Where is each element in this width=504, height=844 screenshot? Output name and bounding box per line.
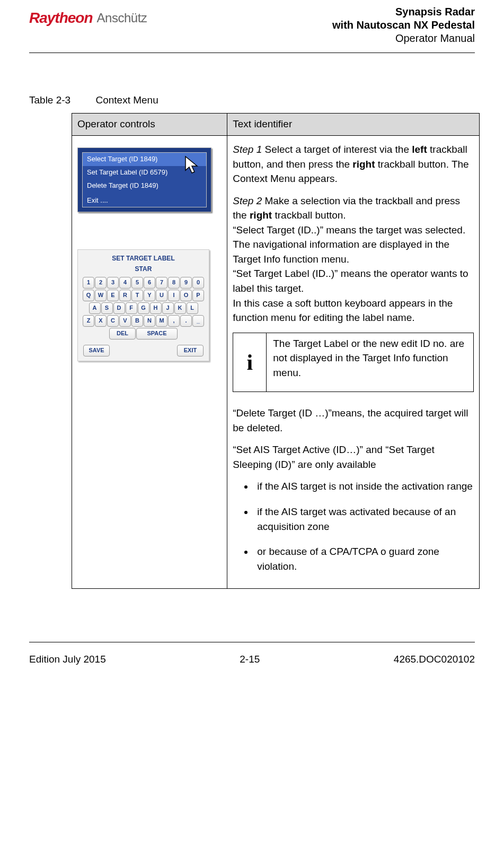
key: G bbox=[138, 302, 149, 314]
page-header: Raytheon Anschütz Synapsis Radar with Na… bbox=[29, 5, 475, 53]
keyboard-row: 1234567890 bbox=[81, 277, 206, 289]
keyboard-row: ZXCVBNM,._ bbox=[81, 315, 206, 327]
ais-bullet-2: if the AIS target was activated because … bbox=[254, 504, 474, 534]
key: 3 bbox=[107, 277, 119, 289]
keyboard-row: ASDFGHJKL bbox=[81, 302, 206, 314]
key-space: SPACE bbox=[136, 328, 178, 340]
key: W bbox=[95, 290, 107, 301]
footer-right: 4265.DOC020102 bbox=[394, 652, 475, 667]
key: 7 bbox=[156, 277, 167, 289]
key: 9 bbox=[180, 277, 192, 289]
key: 0 bbox=[192, 277, 204, 289]
footer-center: 2-15 bbox=[240, 652, 260, 667]
info-note-box: i The Target Label or the new edit ID no… bbox=[233, 333, 474, 393]
info-text: The Target Label or the new edit ID no. … bbox=[267, 333, 473, 392]
step1-paragraph: Step 1 Select a target of interest via t… bbox=[233, 142, 474, 186]
brand-logo: Raytheon Anschütz bbox=[29, 5, 147, 29]
key: H bbox=[150, 302, 162, 314]
key: E bbox=[107, 290, 119, 301]
key: N bbox=[144, 315, 155, 327]
doc-title-3: Operator Manual bbox=[332, 32, 475, 45]
doc-title-block: Synapsis Radar with Nautoscan NX Pedesta… bbox=[332, 5, 475, 45]
key: O bbox=[180, 290, 192, 301]
key: V bbox=[119, 315, 131, 327]
key: M bbox=[156, 315, 167, 327]
keyboard-title: SET TARGET LABEL bbox=[81, 254, 206, 263]
footer-left: Edition July 2015 bbox=[29, 652, 106, 667]
key: Z bbox=[83, 315, 94, 327]
logo-secondary: Anschütz bbox=[97, 9, 147, 28]
table-caption: Table 2-3 Context Menu bbox=[29, 93, 475, 108]
key: . bbox=[180, 315, 192, 327]
ais-bullet-1: if the AIS target is not inside the acti… bbox=[254, 479, 474, 494]
key: 8 bbox=[168, 277, 180, 289]
doc-title-1: Synapsis Radar bbox=[332, 5, 475, 19]
step2-label: Step 2 bbox=[233, 195, 262, 206]
set-label-text-b: In this case a soft button keyboard appe… bbox=[233, 298, 453, 324]
select-target-text: “Select Target (ID..)” means the target … bbox=[233, 224, 465, 265]
delete-target-text: “Delete Target (ID …)”means, the acquire… bbox=[233, 406, 474, 435]
key: _ bbox=[192, 315, 204, 327]
keyboard-row: QWERTYUIOP bbox=[81, 290, 206, 301]
key: 5 bbox=[131, 277, 143, 289]
footer-divider bbox=[29, 642, 475, 642]
header-divider bbox=[29, 53, 475, 53]
key-exit: EXIT bbox=[177, 345, 204, 356]
step1-label: Step 1 bbox=[233, 144, 262, 155]
cursor-icon bbox=[184, 155, 200, 175]
key: 1 bbox=[83, 277, 94, 289]
key: U bbox=[156, 290, 167, 301]
step2-paragraph: Step 2 Make a selection via the trackbal… bbox=[233, 194, 474, 325]
page-footer: Edition July 2015 2-15 4265.DOC020102 bbox=[29, 652, 475, 667]
key: , bbox=[168, 315, 180, 327]
soft-keyboard-screenshot: SET TARGET LABEL STAR 1234567890QWERTYUI… bbox=[77, 249, 209, 361]
key: T bbox=[131, 290, 143, 301]
key: B bbox=[131, 315, 143, 327]
key-del: DEL bbox=[109, 328, 136, 340]
key: K bbox=[174, 302, 186, 314]
svg-marker-0 bbox=[185, 156, 197, 173]
table-header-col1: Operator controls bbox=[72, 113, 227, 136]
doc-title-2: with Nautoscan NX Pedestal bbox=[332, 19, 475, 32]
ais-bullet-3: or because of a CPA/TCPA o guard zone vi… bbox=[254, 544, 474, 573]
context-menu-screenshot: Select Target (ID 1849) Set Target Label… bbox=[77, 147, 211, 212]
table-header-col2: Text identifier bbox=[227, 113, 480, 136]
context-menu-item-delete: Delete Target (ID 1849) bbox=[83, 179, 206, 193]
key: R bbox=[119, 290, 131, 301]
key: C bbox=[107, 315, 119, 327]
info-icon: i bbox=[233, 333, 267, 392]
key: 2 bbox=[95, 277, 107, 289]
key: 4 bbox=[119, 277, 131, 289]
context-menu-item-exit: Exit .... bbox=[83, 193, 206, 207]
key: Q bbox=[83, 290, 94, 301]
context-menu-table: Operator controls Text identifier Select… bbox=[72, 113, 480, 589]
keyboard-entered-text: STAR bbox=[81, 265, 206, 274]
key: P bbox=[192, 290, 204, 301]
key: D bbox=[113, 302, 125, 314]
key: A bbox=[89, 302, 101, 314]
text-identifier-cell: Step 1 Select a target of interest via t… bbox=[227, 136, 480, 589]
set-label-text-a: “Set Target Label (ID..)” means the oper… bbox=[233, 268, 468, 294]
key: J bbox=[162, 302, 174, 314]
key: S bbox=[101, 302, 113, 314]
key: I bbox=[168, 290, 180, 301]
key: F bbox=[126, 302, 137, 314]
table-caption-text: Context Menu bbox=[95, 94, 158, 106]
key: L bbox=[187, 302, 198, 314]
key-save: SAVE bbox=[83, 345, 110, 356]
key: Y bbox=[144, 290, 155, 301]
key: 6 bbox=[144, 277, 155, 289]
logo-primary: Raytheon bbox=[29, 7, 93, 29]
operator-controls-cell: Select Target (ID 1849) Set Target Label… bbox=[72, 136, 227, 589]
table-caption-number: Table 2-3 bbox=[29, 94, 70, 106]
key: X bbox=[95, 315, 107, 327]
ais-conditions-list: if the AIS target is not inside the acti… bbox=[233, 479, 474, 573]
ais-intro-text: “Set AIS Target Active (ID…)” and “Set T… bbox=[233, 442, 474, 472]
